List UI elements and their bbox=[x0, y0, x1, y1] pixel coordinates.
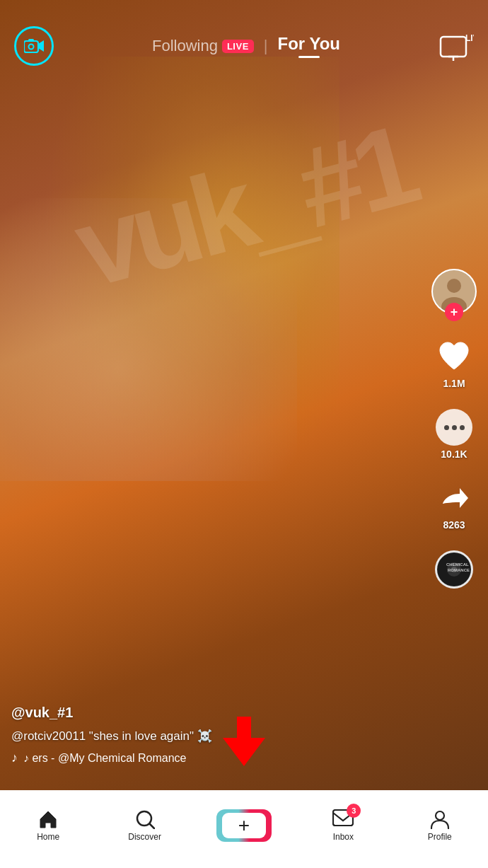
svg-text:CHEMICAL: CHEMICAL bbox=[446, 562, 469, 567]
share-icon bbox=[436, 480, 472, 516]
live-tv-button[interactable]: LIVE bbox=[438, 31, 474, 61]
music-text: ♪ ers - @My Chemical Romance bbox=[23, 752, 187, 765]
bottom-info: @vuk_#1 @rotciv20011 "shes in love again… bbox=[11, 705, 424, 765]
three-dots bbox=[444, 425, 465, 430]
share-arrow-icon bbox=[437, 481, 471, 515]
discover-icon bbox=[135, 809, 155, 829]
svg-rect-4 bbox=[441, 37, 466, 57]
music-disc-icon: CHEMICAL ROMANCE bbox=[437, 552, 471, 586]
music-disc[interactable]: CHEMICAL ROMANCE bbox=[435, 550, 473, 589]
camera-button[interactable] bbox=[14, 26, 54, 66]
svg-rect-0 bbox=[24, 41, 38, 52]
nav-divider: | bbox=[264, 37, 268, 55]
profile-label: Profile bbox=[428, 832, 452, 842]
home-icon bbox=[38, 809, 58, 829]
nav-home[interactable]: Home bbox=[23, 809, 73, 842]
create-button[interactable]: + bbox=[216, 809, 272, 842]
live-tv-icon: LIVE bbox=[438, 31, 474, 61]
plus-icon: + bbox=[238, 816, 250, 835]
share-count: 8263 bbox=[443, 519, 465, 531]
heart-icon bbox=[438, 341, 470, 372]
inbox-notification-badge: 3 bbox=[347, 804, 361, 818]
svg-text:LIVE: LIVE bbox=[465, 33, 474, 43]
like-icon-wrap bbox=[436, 338, 472, 375]
username[interactable]: @vuk_#1 bbox=[11, 705, 424, 721]
navigation-tabs: Following LIVE | For You bbox=[152, 34, 340, 58]
profile-icon bbox=[430, 809, 450, 829]
comment-action[interactable]: 10.1K bbox=[436, 409, 472, 460]
svg-point-20 bbox=[436, 811, 444, 820]
live-badge: LIVE bbox=[222, 40, 254, 53]
like-action[interactable]: 1.1M bbox=[436, 338, 472, 389]
create-button-inner: + bbox=[222, 813, 266, 838]
nav-inbox[interactable]: 3 Inbox bbox=[318, 809, 368, 842]
inbox-label: Inbox bbox=[333, 832, 354, 842]
svg-point-17 bbox=[137, 811, 151, 826]
caption: @rotciv20011 "shes in love again" ☠️ bbox=[11, 728, 424, 745]
camera-icon bbox=[24, 38, 44, 54]
swipe-arrow bbox=[223, 717, 265, 769]
comment-count: 10.1K bbox=[441, 449, 467, 460]
comment-icon bbox=[436, 409, 472, 446]
svg-rect-3 bbox=[28, 39, 34, 41]
hand-overlay bbox=[0, 198, 297, 481]
following-label: Following bbox=[152, 37, 218, 55]
for-you-underline bbox=[298, 56, 320, 58]
for-you-label: For You bbox=[278, 34, 340, 53]
home-label: Home bbox=[37, 832, 59, 842]
like-count: 1.1M bbox=[443, 378, 465, 389]
svg-line-18 bbox=[150, 824, 154, 828]
inbox-badge-container: 3 bbox=[332, 809, 354, 829]
music-row[interactable]: ♪ ♪ ers - @My Chemical Romance bbox=[11, 751, 424, 765]
for-you-tab[interactable]: For You bbox=[278, 34, 340, 58]
music-note-icon: ♪ bbox=[11, 751, 18, 765]
follow-button[interactable]: + bbox=[445, 303, 463, 321]
right-sidebar: + 1.1M 10.1K 8263 bbox=[431, 269, 477, 589]
svg-point-9 bbox=[447, 279, 461, 293]
bottom-navigation: Home Discover + 3 Inbox bbox=[0, 790, 488, 868]
share-action[interactable]: 8263 bbox=[436, 480, 472, 531]
svg-marker-16 bbox=[223, 717, 265, 766]
creator-avatar-container[interactable]: + bbox=[431, 269, 477, 314]
following-tab[interactable]: Following LIVE bbox=[152, 37, 254, 55]
discover-label: Discover bbox=[128, 832, 161, 842]
svg-point-2 bbox=[29, 45, 34, 50]
svg-text:ROMANCE: ROMANCE bbox=[448, 568, 470, 572]
svg-marker-1 bbox=[38, 40, 44, 52]
top-bar: Following LIVE | For You LIVE bbox=[0, 0, 488, 78]
nav-discover[interactable]: Discover bbox=[120, 809, 170, 842]
nav-create[interactable]: + bbox=[216, 809, 272, 842]
nav-profile[interactable]: Profile bbox=[415, 809, 465, 842]
red-down-arrow-icon bbox=[223, 717, 265, 766]
